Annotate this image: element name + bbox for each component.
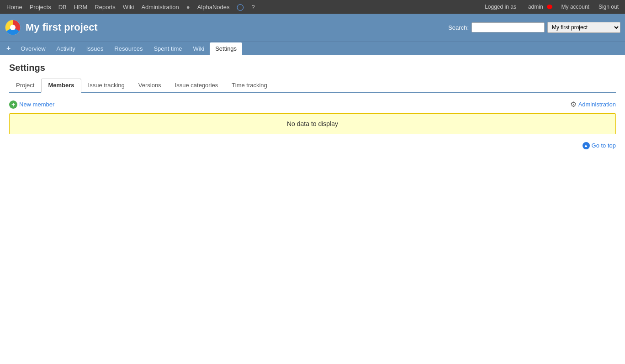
nav-spent-time[interactable]: Spent time xyxy=(148,42,187,55)
go-to-top-icon: ▲ xyxy=(583,142,590,149)
project-logo xyxy=(5,19,21,36)
new-member-link[interactable]: + New member xyxy=(9,100,54,109)
nav-resources[interactable]: Resources xyxy=(109,42,148,55)
page-title: Settings xyxy=(9,63,616,73)
administration-link[interactable]: Administration xyxy=(138,4,181,11)
top-nav-left: Home Projects DB HRM Reports Wiki Admini… xyxy=(4,3,258,11)
top-nav-right: Logged in as admin My account Sign out xyxy=(482,4,621,10)
no-data-text: No data to display xyxy=(287,120,338,127)
alphanodes-link[interactable]: AlphaNodes xyxy=(195,4,233,11)
tab-versions[interactable]: Versions xyxy=(132,79,168,92)
wiki-link[interactable]: Wiki xyxy=(120,4,137,11)
tab-time-tracking[interactable]: Time tracking xyxy=(225,79,274,92)
nav-issues[interactable]: Issues xyxy=(81,42,109,55)
hrm-link[interactable]: HRM xyxy=(71,4,90,11)
logged-in-label: Logged in as xyxy=(482,4,519,10)
tab-issue-categories[interactable]: Issue categories xyxy=(168,79,225,92)
gear-icon: ⚙ xyxy=(570,100,577,109)
tab-issue-tracking[interactable]: Issue tracking xyxy=(81,79,132,92)
tab-project[interactable]: Project xyxy=(9,79,41,92)
projects-link[interactable]: Projects xyxy=(27,4,54,11)
nav-settings[interactable]: Settings xyxy=(210,42,242,55)
settings-tabs: Project Members Issue tracking Versions … xyxy=(9,79,616,93)
main-content: Settings Project Members Issue tracking … xyxy=(0,55,625,157)
administration-label: Administration xyxy=(578,101,616,108)
go-to-top-link[interactable]: ▲ Go to top xyxy=(583,142,616,149)
help-link[interactable]: ? xyxy=(249,4,257,11)
project-title-area: My first project xyxy=(5,19,98,36)
go-to-top-label: Go to top xyxy=(592,142,616,149)
db-link[interactable]: DB xyxy=(56,4,69,11)
new-member-label: New member xyxy=(19,101,54,108)
administration-link[interactable]: ⚙ Administration xyxy=(570,100,616,109)
nav-overview[interactable]: Overview xyxy=(15,42,51,55)
search-area: Search: My first project xyxy=(448,22,620,33)
action-row: + New member ⚙ Administration xyxy=(9,100,616,109)
nav-plus[interactable]: + xyxy=(2,42,15,55)
top-navigation: Home Projects DB HRM Reports Wiki Admini… xyxy=(0,0,625,14)
project-title: My first project xyxy=(26,21,98,33)
reports-link[interactable]: Reports xyxy=(92,4,118,11)
search-label: Search: xyxy=(448,24,469,31)
nav-wiki[interactable]: Wiki xyxy=(188,42,210,55)
home-link[interactable]: Home xyxy=(4,4,25,11)
search-input[interactable] xyxy=(471,22,545,32)
admin-badge xyxy=(547,5,552,9)
no-data-banner: No data to display xyxy=(9,113,616,134)
alphanodes-icon: ◯ xyxy=(234,3,247,11)
svg-point-1 xyxy=(10,25,16,30)
user-profile-link[interactable]: admin xyxy=(523,4,555,10)
nav-activity[interactable]: Activity xyxy=(51,42,81,55)
go-to-top: ▲ Go to top xyxy=(9,142,616,149)
project-header: My first project Search: My first projec… xyxy=(0,14,625,41)
tab-members[interactable]: Members xyxy=(41,79,81,93)
new-member-icon: + xyxy=(9,100,17,109)
sign-out-link[interactable]: Sign out xyxy=(596,4,621,10)
project-subnav: + Overview Activity Issues Resources Spe… xyxy=(0,41,625,55)
search-scope-select[interactable]: My first project xyxy=(547,22,620,33)
my-account-link[interactable]: My account xyxy=(559,4,592,10)
